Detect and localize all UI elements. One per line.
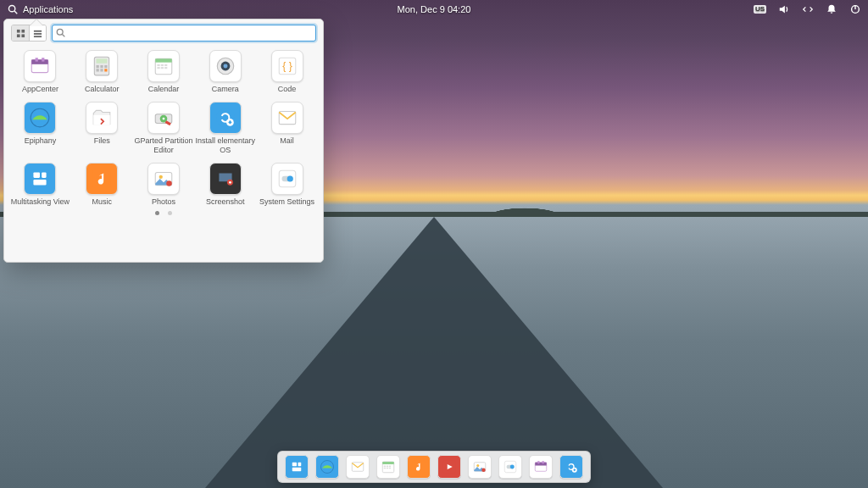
svg-rect-74 — [384, 468, 386, 469]
app-launcher-files[interactable]: Files — [71, 102, 132, 154]
grid-view-button[interactable] — [12, 25, 29, 41]
svg-rect-63 — [292, 463, 297, 467]
category-view-button[interactable] — [29, 25, 46, 41]
app-launcher-settings[interactable]: System Settings — [257, 163, 318, 206]
dock-item-calendar[interactable] — [376, 455, 400, 479]
app-launcher-gparted[interactable]: GParted Partition Editor — [133, 102, 194, 154]
top-panel: Applications Mon, Dec 9 04:20 US — [0, 0, 868, 19]
app-label: Code — [278, 85, 297, 93]
app-launcher-appcenter[interactable]: AppCenter — [9, 50, 70, 93]
svg-rect-24 — [104, 69, 107, 71]
settings-icon — [271, 163, 303, 195]
music-icon — [86, 163, 118, 195]
svg-rect-65 — [292, 468, 302, 472]
svg-rect-49 — [42, 172, 47, 178]
search-input[interactable] — [52, 25, 316, 42]
svg-rect-64 — [298, 463, 302, 467]
svg-rect-23 — [101, 69, 103, 71]
svg-rect-21 — [104, 65, 107, 68]
page-dot-1[interactable] — [155, 211, 159, 215]
search-icon — [55, 27, 66, 38]
svg-rect-86 — [535, 463, 547, 466]
svg-line-12 — [62, 34, 64, 36]
svg-point-0 — [8, 5, 14, 11]
dock-item-mail[interactable] — [346, 455, 370, 479]
app-launcher-music[interactable]: Music — [71, 163, 132, 206]
app-launcher-installer[interactable]: Install elementary OS — [195, 102, 256, 154]
svg-rect-26 — [155, 58, 172, 62]
svg-rect-29 — [164, 64, 167, 66]
app-launcher-mail[interactable]: Mail — [257, 102, 318, 154]
svg-rect-72 — [387, 466, 388, 468]
svg-point-81 — [481, 469, 486, 473]
svg-rect-14 — [32, 59, 49, 64]
search-icon — [7, 3, 19, 15]
svg-rect-10 — [34, 36, 42, 37]
svg-rect-31 — [161, 67, 164, 69]
svg-rect-75 — [387, 468, 388, 469]
svg-rect-87 — [537, 461, 539, 463]
app-label: Photos — [152, 197, 175, 206]
app-launcher-epiphany[interactable]: Epiphany — [9, 102, 70, 154]
app-launcher-code[interactable]: { } Code — [257, 50, 318, 93]
svg-rect-27 — [157, 64, 159, 66]
dock-item-appcenter[interactable] — [529, 455, 553, 479]
app-label: Multitasking View — [11, 197, 70, 206]
app-grid: AppCenter Calculator Calendar Camera { }… — [4, 47, 323, 206]
svg-rect-7 — [21, 34, 25, 37]
keyboard-layout-indicator[interactable]: US — [754, 5, 766, 14]
dock-item-music[interactable] — [407, 455, 431, 479]
mail-icon — [271, 102, 303, 134]
svg-rect-15 — [36, 58, 38, 61]
page-dot-2[interactable] — [168, 211, 172, 215]
app-launcher-camera[interactable]: Camera — [195, 50, 256, 93]
app-label: Music — [92, 197, 112, 206]
svg-point-35 — [223, 64, 227, 69]
app-label: Install elementary OS — [195, 136, 256, 154]
app-launcher-photos[interactable]: Photos — [133, 163, 194, 206]
svg-rect-20 — [101, 65, 103, 68]
applications-popover: AppCenter Calculator Calendar Camera { }… — [3, 19, 324, 263]
app-label: GParted Partition Editor — [133, 136, 194, 154]
photos-icon — [147, 163, 180, 195]
files-icon — [86, 102, 118, 134]
appcenter-icon — [24, 50, 56, 82]
installer-icon — [209, 102, 242, 134]
power-icon[interactable] — [849, 3, 861, 15]
svg-point-61 — [287, 175, 292, 181]
dock-item-videos[interactable] — [437, 455, 461, 479]
network-icon[interactable] — [802, 3, 814, 15]
svg-rect-4 — [16, 29, 19, 32]
camera-icon — [209, 50, 242, 82]
sound-icon[interactable] — [778, 3, 790, 15]
dock-item-multitask[interactable] — [285, 455, 309, 479]
svg-rect-6 — [16, 34, 19, 37]
svg-point-42 — [163, 118, 165, 120]
app-label: Mail — [280, 136, 294, 145]
dock-item-epiphany[interactable] — [315, 455, 339, 479]
gparted-icon — [147, 102, 180, 134]
app-launcher-calendar[interactable]: Calendar — [133, 50, 194, 93]
app-launcher-calculator[interactable]: Calculator — [71, 50, 132, 93]
svg-rect-30 — [157, 67, 159, 69]
dock-item-installer[interactable] — [559, 455, 583, 479]
view-mode-segmented — [11, 25, 47, 42]
svg-point-53 — [159, 175, 163, 179]
app-launcher-multitask[interactable]: Multitasking View — [9, 163, 70, 206]
code-icon: { } — [271, 50, 303, 82]
dock-item-settings[interactable] — [498, 455, 522, 479]
svg-rect-88 — [542, 461, 544, 463]
svg-rect-8 — [34, 30, 42, 31]
notifications-icon[interactable] — [826, 3, 837, 15]
app-label: Files — [94, 136, 110, 145]
dock-item-photos[interactable] — [468, 455, 492, 479]
app-menu-header — [4, 19, 323, 47]
svg-text:{ }: { } — [282, 60, 292, 72]
screenshot-icon — [209, 163, 242, 195]
app-label: Calculator — [85, 85, 120, 93]
app-label: System Settings — [259, 197, 314, 206]
app-launcher-screenshot[interactable]: Screenshot — [195, 163, 256, 206]
app-label: Epiphany — [25, 136, 57, 145]
search-wrap — [52, 25, 316, 42]
clock[interactable]: Mon, Dec 9 04:20 — [398, 4, 471, 14]
